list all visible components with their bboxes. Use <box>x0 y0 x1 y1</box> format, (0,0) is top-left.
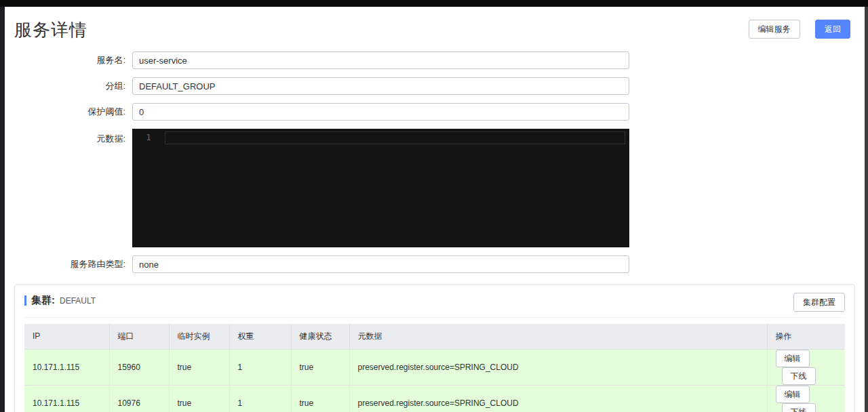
cluster-name: DEFAULT <box>60 296 96 306</box>
cluster-section-title: 集群: DEFAULT <box>24 294 96 307</box>
cell-port: 10976 <box>109 385 169 412</box>
col-header-healthy: 健康状态 <box>291 324 349 349</box>
protect-threshold-label: 保护阈值: <box>9 106 132 118</box>
cluster-label: 集群: <box>31 294 55 307</box>
back-button[interactable]: 返回 <box>815 20 850 39</box>
accent-bar <box>24 295 26 306</box>
instance-edit-button[interactable]: 编辑 <box>776 386 810 403</box>
window-left-edge <box>0 7 5 412</box>
col-header-ephemeral: 临时实例 <box>169 324 229 349</box>
cell-healthy: true <box>291 385 349 412</box>
cell-ip: 10.171.1.115 <box>24 385 109 412</box>
editor-content-area[interactable] <box>165 129 629 247</box>
cell-weight: 1 <box>229 349 291 385</box>
instance-table: IP 端口 临时实例 权重 健康状态 元数据 操作 10.171.1.115 1… <box>24 324 845 412</box>
col-header-port: 端口 <box>109 324 169 349</box>
route-type-input[interactable] <box>132 255 629 273</box>
cell-metadata: preserved.register.source=SPRING_CLOUD <box>349 349 767 385</box>
instance-offline-button[interactable]: 下线 <box>782 367 816 385</box>
window-right-edge[interactable] <box>865 7 868 412</box>
edit-service-button[interactable]: 编辑服务 <box>749 20 800 39</box>
instance-offline-button[interactable]: 下线 <box>782 403 816 412</box>
form-row-protect-threshold: 保护阈值: <box>9 103 859 121</box>
instance-row: 10.171.1.115 15960 true 1 true preserved… <box>24 349 845 385</box>
cluster-card: 集群: DEFAULT 集群配置 IP 端口 临时实例 权重 健康状态 元数据 … <box>14 284 855 412</box>
cell-ip: 10.171.1.115 <box>24 349 109 385</box>
col-header-operation: 操作 <box>767 324 845 349</box>
instance-table-header-row: IP 端口 临时实例 权重 健康状态 元数据 操作 <box>24 324 845 349</box>
window-top-edge <box>0 0 868 7</box>
cluster-header: 集群: DEFAULT 集群配置 <box>24 294 845 312</box>
cell-healthy: true <box>291 349 349 385</box>
cell-metadata: preserved.register.source=SPRING_CLOUD <box>349 385 767 412</box>
col-header-ip: IP <box>24 324 109 349</box>
instance-row: 10.171.1.115 10976 true 1 true preserved… <box>24 385 845 412</box>
col-header-weight: 权重 <box>229 324 291 349</box>
form-row-metadata: 元数据: 1 <box>9 129 859 247</box>
cluster-config-button[interactable]: 集群配置 <box>793 293 845 312</box>
cell-operations: 编辑 下线 <box>767 349 845 385</box>
route-type-label: 服务路由类型: <box>9 258 132 270</box>
service-detail-page: 服务详情 编辑服务 返回 服务名: 分组: 保护阈值: 元数据: 1 <box>5 7 865 412</box>
cell-weight: 1 <box>229 385 291 412</box>
editor-current-line[interactable] <box>165 131 625 144</box>
service-name-label: 服务名: <box>9 54 132 66</box>
group-input[interactable] <box>132 77 629 95</box>
cell-operations: 编辑 下线 <box>767 385 845 412</box>
editor-line-number: 1 <box>132 129 165 247</box>
metadata-code-editor[interactable]: 1 <box>132 129 629 247</box>
instance-edit-button[interactable]: 编辑 <box>776 350 810 367</box>
page-header: 服务详情 编辑服务 返回 <box>9 16 859 46</box>
col-header-metadata: 元数据 <box>349 324 767 349</box>
cell-port: 15960 <box>109 349 169 385</box>
protect-threshold-input[interactable] <box>132 103 629 121</box>
form-row-service-name: 服务名: <box>9 52 859 69</box>
divider <box>24 317 845 318</box>
header-buttons: 编辑服务 返回 <box>749 20 850 39</box>
form-row-route-type: 服务路由类型: <box>9 255 859 273</box>
cell-ephemeral: true <box>169 349 229 385</box>
group-label: 分组: <box>9 80 132 92</box>
form-row-group: 分组: <box>9 77 859 95</box>
service-name-input[interactable] <box>132 52 629 69</box>
metadata-label: 元数据: <box>9 129 132 145</box>
page-title: 服务详情 <box>9 16 859 43</box>
cell-ephemeral: true <box>169 385 229 412</box>
service-detail-form: 服务名: 分组: 保护阈值: 元数据: 1 服务路由类型: <box>9 52 859 273</box>
